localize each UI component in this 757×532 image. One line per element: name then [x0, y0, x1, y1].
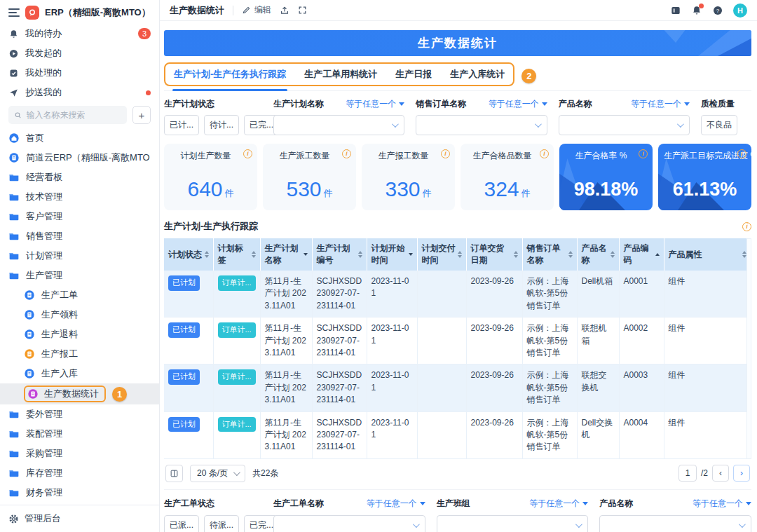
col-product-code[interactable]: 产品编码	[619, 238, 664, 271]
share-button[interactable]	[280, 6, 289, 15]
doc-circle-icon	[24, 309, 35, 320]
sidebar-item-production[interactable]: 生产管理	[0, 266, 159, 285]
fullscreen-icon	[298, 6, 307, 15]
notifications-button[interactable]	[691, 5, 702, 16]
table-row[interactable]: 已计划 订单计... 第11月-生产计划 2023.11A01 SCJHXSDD…	[164, 411, 751, 458]
workorder-name-select[interactable]	[273, 515, 425, 532]
table-row[interactable]: 已计划 订单计... 第11月-生产计划 2023.11A01 SCJHXSDD…	[164, 271, 751, 318]
col-order-date[interactable]: 订单交货日期	[466, 238, 522, 271]
info-icon[interactable]: i	[540, 149, 549, 158]
sidebar-item-todo[interactable]: 我的待办 3	[0, 24, 159, 43]
sidebar-item-sales[interactable]: 销售管理	[0, 226, 159, 246]
info-icon[interactable]: i	[742, 222, 751, 231]
filter-chip-planned[interactable]: 已计...	[164, 115, 199, 135]
sidebar-item-jdy-erp[interactable]: 简道云ERP（精细版-离散MTO）「...	[0, 148, 159, 168]
doc-circle-icon-orange	[24, 348, 35, 360]
sidebar-item-prod-picking[interactable]: 生产领料	[0, 305, 159, 325]
col-plan-tag[interactable]: 计划标签	[213, 238, 260, 271]
col-product-name[interactable]: 产品名称	[577, 238, 619, 271]
tag-badge: 订单计...	[218, 369, 256, 385]
sidebar-item-cc[interactable]: 抄送我的	[0, 83, 159, 102]
status-badge: 已计划	[168, 417, 200, 432]
hamburger-menu-icon[interactable]	[8, 8, 20, 17]
sidebar-item-plan[interactable]: 计划管理	[0, 246, 159, 266]
col-plan-start[interactable]: 计划开始时间	[367, 238, 417, 271]
filter-chip-defective[interactable]: 不良品	[701, 115, 737, 135]
sidebar-item-started[interactable]: 我发起的	[0, 43, 159, 63]
sidebar-item-boards[interactable]: 经营看板	[0, 168, 159, 187]
col-plan-status[interactable]: 计划状态	[164, 238, 213, 271]
annotation-badge-2: 2	[521, 69, 536, 83]
page-size-select[interactable]: 20 条/页	[190, 465, 245, 482]
next-page-button[interactable]: ›	[733, 465, 750, 482]
product-name-select-2[interactable]	[599, 515, 751, 532]
tab-plan-task-tracking[interactable]: 生产计划-生产任务执行跟踪	[174, 68, 286, 81]
info-icon[interactable]: i	[639, 149, 648, 158]
filter-chip-pending-dispatch[interactable]: 待派...	[204, 515, 239, 532]
sidebar-item-home[interactable]: 首页	[0, 128, 159, 148]
sidebar-item-prod-inbound[interactable]: 生产入库	[0, 364, 159, 383]
filter-label: 质检质量	[701, 98, 735, 110]
sidebar-item-inventory[interactable]: 库存管理	[0, 463, 159, 483]
columns-icon	[170, 469, 179, 478]
add-button[interactable]: +	[132, 106, 151, 124]
sidebar-item-outsourcing[interactable]: 委外管理	[0, 404, 159, 424]
condition-selector[interactable]: 等于任意一个	[693, 498, 751, 510]
order-name-select[interactable]	[416, 115, 547, 135]
info-icon[interactable]: i	[737, 149, 746, 158]
sidebar-item-tech[interactable]: 技术管理	[0, 187, 159, 207]
col-plan-deliver[interactable]: 计划交付时间	[417, 238, 466, 271]
col-product-attr[interactable]: 产品属性	[664, 238, 751, 271]
filter-chip-dispatched[interactable]: 已派...	[164, 515, 199, 532]
table-row[interactable]: 已计划 订单计... 第11月-生产计划 2023.11A01 SCJHXSDD…	[164, 318, 751, 364]
chevron-down-icon	[746, 502, 751, 505]
info-icon[interactable]: i	[441, 149, 450, 158]
edit-button[interactable]: 编辑	[242, 4, 271, 16]
table-row[interactable]: 已计划 订单计... 第11月-生产计划 2023.11A01 SCJHXSDD…	[164, 364, 751, 411]
table-scrollbar[interactable]	[746, 238, 751, 459]
sidebar-search[interactable]	[8, 106, 127, 124]
column-settings-button[interactable]	[165, 465, 183, 482]
condition-selector[interactable]: 等于任意一个	[346, 98, 404, 110]
sidebar-item-prod-workorder[interactable]: 生产工单	[0, 285, 159, 305]
sidebar-item-purchase[interactable]: 采购管理	[0, 444, 159, 463]
prev-page-button[interactable]: ‹	[712, 465, 729, 482]
plan-name-select[interactable]	[273, 115, 404, 135]
product-name-select[interactable]	[559, 115, 690, 135]
sidebar-item-processed[interactable]: 我处理的	[0, 63, 159, 83]
fullscreen-button[interactable]	[298, 6, 307, 15]
condition-selector[interactable]: 等于任意一个	[367, 498, 425, 510]
info-icon[interactable]: i	[342, 149, 351, 158]
sidebar-item-finance[interactable]: 财务管理	[0, 483, 159, 503]
col-plan-name[interactable]: 生产计划名称	[260, 238, 312, 271]
condition-selector[interactable]: 等于任意一个	[489, 98, 547, 110]
sidebar-item-prod-report[interactable]: 生产报工	[0, 344, 159, 364]
sidebar-item-assembly[interactable]: 装配管理	[0, 424, 159, 444]
col-order-name[interactable]: 销售订单名称	[522, 238, 577, 271]
doc-circle-icon	[24, 289, 35, 301]
help-button[interactable]: ?	[712, 5, 723, 16]
tab-workorder-material-stats[interactable]: 生产工单用料统计	[304, 68, 377, 81]
sidebar-item-prod-return[interactable]: 生产退料	[0, 325, 159, 344]
tab-inbound-stats[interactable]: 生产入库统计	[450, 68, 505, 81]
condition-selector[interactable]: 等于任意一个	[529, 498, 588, 510]
sidebar-admin-footer[interactable]: 管理后台	[0, 505, 159, 532]
sidebar-item-prod-stats[interactable]: 生产数据统计 1	[0, 383, 159, 404]
panel-toggle-button[interactable]	[670, 5, 681, 16]
info-icon[interactable]: i	[243, 149, 252, 158]
annotation-box-2: 生产计划-生产任务执行跟踪 生产工单用料统计 生产日报 生产入库统计	[164, 62, 514, 86]
banner-title: 生产数据统计	[418, 35, 498, 51]
condition-selector[interactable]: 等于任意一个	[631, 98, 690, 110]
tab-daily-report[interactable]: 生产日报	[395, 68, 432, 81]
chevron-down-icon	[575, 521, 582, 528]
page-number-input[interactable]: 1	[678, 465, 697, 482]
search-input[interactable]	[27, 110, 121, 120]
avatar[interactable]: H	[733, 4, 747, 18]
col-plan-no[interactable]: 生产计划编号	[312, 238, 367, 271]
stat-cards: 计划生产数量 i 640件 生产派工数量 i 530件 生产报工数量 i 330…	[164, 144, 751, 210]
sidebar-item-label: 生产入库	[41, 367, 151, 380]
sidebar-item-customer[interactable]: 客户管理	[0, 207, 159, 226]
filter-chip-pending[interactable]: 待计...	[204, 115, 239, 135]
team-select[interactable]	[437, 515, 589, 532]
sidebar-item-label: 库存管理	[26, 467, 151, 479]
